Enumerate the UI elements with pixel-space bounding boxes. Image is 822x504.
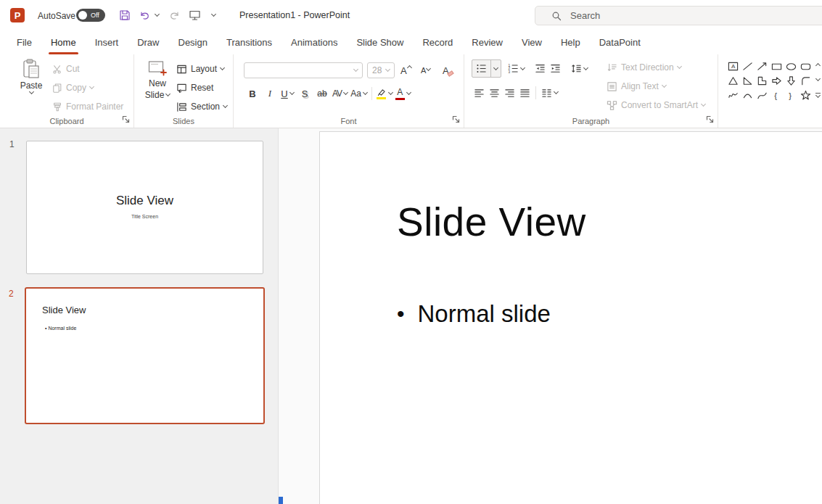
shape-star-icon[interactable] <box>798 88 813 102</box>
copy-button[interactable]: Copy <box>52 79 94 96</box>
tab-transitions[interactable]: Transitions <box>217 30 281 54</box>
divider <box>371 87 372 100</box>
underline-button[interactable]: U <box>279 85 296 102</box>
slide-canvas[interactable]: Slide View • Normal slide <box>319 131 822 504</box>
tab-design[interactable]: Design <box>169 30 217 54</box>
gallery-scroll-up-button[interactable] <box>813 60 822 69</box>
character-spacing-button[interactable]: AV <box>331 85 349 102</box>
tab-home[interactable]: Home <box>41 30 86 54</box>
layout-button[interactable]: Layout <box>176 60 224 78</box>
tab-datapoint[interactable]: DataPoint <box>590 30 650 54</box>
start-presentation-button[interactable] <box>186 7 203 24</box>
shape-arrow-right-icon[interactable] <box>769 73 784 88</box>
shape-arrow-icon[interactable] <box>755 59 769 73</box>
search-input[interactable] <box>570 10 788 21</box>
shape-arrow-down-icon[interactable] <box>784 73 798 88</box>
shape-left-brace-icon[interactable]: { <box>769 88 784 102</box>
text-direction-button[interactable]: Text Direction <box>607 59 681 76</box>
line-spacing-button[interactable] <box>569 60 590 78</box>
align-right-button[interactable] <box>502 84 517 102</box>
justify-button[interactable] <box>517 84 533 102</box>
shape-triangle-icon[interactable] <box>726 73 740 88</box>
shape-arc-icon[interactable] <box>740 88 755 102</box>
shape-curve-icon[interactable] <box>755 88 769 102</box>
clear-formatting-button[interactable]: A <box>443 62 453 78</box>
paste-button[interactable]: Paste <box>15 59 48 94</box>
gallery-scroll-down-button[interactable] <box>813 75 822 84</box>
tab-slide-show[interactable]: Slide Show <box>347 30 413 54</box>
font-size-combobox[interactable]: 28 <box>367 62 395 78</box>
tab-help[interactable]: Help <box>551 30 590 54</box>
tab-file[interactable]: File <box>7 30 41 54</box>
increase-indent-button[interactable] <box>548 60 563 78</box>
numbering-button[interactable]: 123 <box>506 60 527 78</box>
strikethrough-button[interactable]: ab <box>313 85 331 102</box>
chevron-down-icon <box>343 90 348 95</box>
highlight-color-button[interactable] <box>375 85 394 102</box>
tab-view[interactable]: View <box>512 30 551 54</box>
search-box[interactable] <box>535 6 822 25</box>
autosave-toggle[interactable]: Off <box>76 9 105 22</box>
char-spacing-label: AV <box>332 88 342 99</box>
chevron-down-icon <box>815 76 820 81</box>
clipboard-dialog-launcher[interactable] <box>122 115 131 124</box>
shape-l-shape-icon[interactable] <box>755 73 769 88</box>
gallery-more-button[interactable] <box>813 91 822 99</box>
align-text-button[interactable]: Align Text <box>607 78 666 95</box>
format-painter-button[interactable]: Format Painter <box>52 98 123 115</box>
columns-button[interactable] <box>539 84 560 102</box>
shrink-font-button[interactable]: A <box>421 62 430 78</box>
shape-line-icon[interactable] <box>740 59 755 73</box>
change-case-button[interactable]: Aa <box>349 85 369 102</box>
shape-oval-icon[interactable] <box>784 59 798 73</box>
highlighter-icon <box>377 88 387 99</box>
slide-thumbnail-1[interactable]: Slide View Title Screen <box>26 141 263 274</box>
new-slide-button[interactable]: New Slide <box>140 59 175 100</box>
new-slide-icon <box>148 59 167 77</box>
quick-access-more-button[interactable] <box>207 7 219 24</box>
bullets-dropdown[interactable] <box>490 60 501 77</box>
chevron-down-icon <box>89 84 94 89</box>
shape-corner-icon[interactable] <box>798 73 813 88</box>
smartart-label: Convert to SmartArt <box>621 100 698 110</box>
decrease-indent-icon <box>535 63 546 74</box>
font-name-combobox[interactable] <box>244 62 363 78</box>
tab-draw[interactable]: Draw <box>128 30 168 54</box>
shape-textbox-icon[interactable]: A <box>726 59 740 73</box>
slide-bullet-text[interactable]: • Normal slide <box>397 300 551 328</box>
tab-review[interactable]: Review <box>462 30 512 54</box>
align-left-button[interactable] <box>472 84 487 102</box>
chevron-down-icon <box>210 12 215 17</box>
slide-title-text[interactable]: Slide View <box>397 199 586 245</box>
save-button[interactable] <box>116 7 133 24</box>
shape-scribble-icon[interactable] <box>726 88 740 102</box>
italic-button[interactable]: I <box>261 85 279 102</box>
shape-right-triangle-icon[interactable] <box>740 73 755 88</box>
reset-button[interactable]: Reset <box>176 79 213 96</box>
grow-font-button[interactable]: A <box>400 62 411 78</box>
section-button[interactable]: Section <box>176 98 227 115</box>
cut-button[interactable]: Cut <box>52 60 80 78</box>
shape-rounded-rectangle-icon[interactable] <box>798 59 813 73</box>
font-dialog-launcher[interactable] <box>452 115 461 124</box>
columns-icon <box>541 88 552 99</box>
decrease-indent-button[interactable] <box>533 60 548 78</box>
bullets-button[interactable] <box>472 59 501 78</box>
shape-right-brace-icon[interactable]: } <box>784 88 798 102</box>
thumbnail-panel-scrollbar[interactable] <box>278 128 283 504</box>
format-painter-brush-icon <box>52 102 62 112</box>
paragraph-dialog-launcher[interactable] <box>706 115 715 124</box>
tab-animations[interactable]: Animations <box>281 30 347 54</box>
undo-dropdown-button[interactable] <box>152 7 162 24</box>
slide-thumbnail-2-selected[interactable]: Slide View • Normal slide <box>25 287 265 424</box>
convert-to-smartart-button[interactable]: Convert to SmartArt <box>607 96 705 114</box>
font-color-button[interactable]: A <box>394 85 412 102</box>
tab-record[interactable]: Record <box>413 30 462 54</box>
powerpoint-logo[interactable]: P <box>10 8 25 22</box>
redo-button[interactable] <box>165 7 183 24</box>
shape-rectangle-icon[interactable] <box>769 59 784 73</box>
tab-insert[interactable]: Insert <box>86 30 128 54</box>
align-center-button[interactable] <box>487 84 502 102</box>
bold-button[interactable]: B <box>244 85 261 102</box>
text-shadow-button[interactable]: S <box>296 85 313 102</box>
